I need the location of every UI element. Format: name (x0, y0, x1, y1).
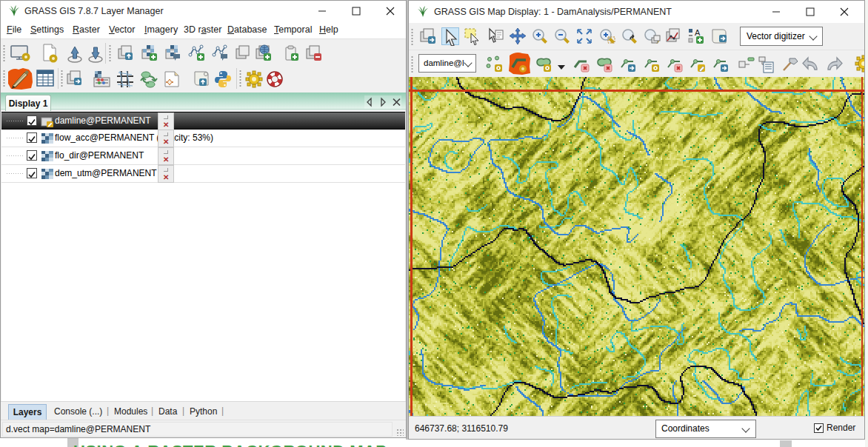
svg-text:A: A (695, 28, 701, 37)
